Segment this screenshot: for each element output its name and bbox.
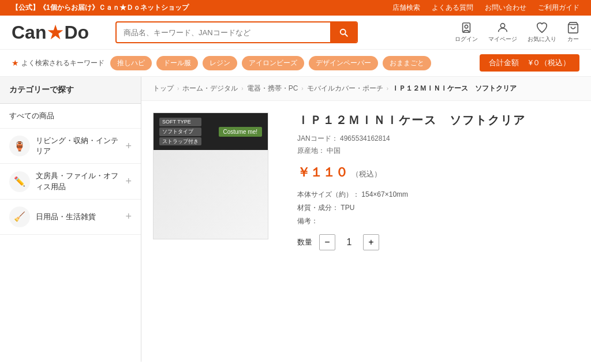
sidebar-living-label: リビング・収納・インテリア bbox=[36, 136, 119, 156]
store-search-link[interactable]: 店舗検索 bbox=[392, 3, 420, 13]
sidebar-daily-expand[interactable]: + bbox=[125, 211, 132, 223]
search-button[interactable] bbox=[330, 22, 357, 42]
product-image-area: SOFT TYPE ソフトタイプ ストラップ付き Costume me! bbox=[153, 112, 280, 350]
header-icons: ログイン マイページ お気に入り カー bbox=[455, 21, 579, 43]
spec-material-label: 材質・成分： bbox=[297, 204, 339, 212]
login-icon bbox=[460, 21, 473, 34]
qty-decrease-button[interactable]: − bbox=[319, 234, 335, 250]
breadcrumb-link[interactable]: トップ bbox=[153, 84, 174, 93]
product-price: ￥１１０ （税込） bbox=[297, 164, 579, 181]
qty-value: 1 bbox=[342, 237, 356, 247]
breadcrumb-link[interactable]: 電器・携帯・PC bbox=[247, 84, 298, 93]
cart-icon bbox=[567, 21, 579, 34]
keyword-tag[interactable]: デザインペーパー bbox=[309, 56, 378, 70]
origin-value: 中国 bbox=[327, 147, 341, 155]
qty-label: 数量 bbox=[297, 237, 312, 247]
product-area: トップ›ホーム・デジタル›電器・携帯・PC›モバイルカバー・ポーチ›ＩＰ１２ＭＩ… bbox=[141, 77, 591, 362]
total-price: ¥０（税込） bbox=[529, 58, 570, 67]
mypage-label: マイページ bbox=[488, 35, 517, 43]
sidebar-living-expand[interactable]: + bbox=[125, 140, 132, 152]
breadcrumb-current: ＩＰ１２ＭＩＮＩケース ソフトクリア bbox=[392, 84, 517, 93]
keyword-tag[interactable]: 推しハピ bbox=[110, 56, 152, 70]
breadcrumb-separator: › bbox=[241, 85, 243, 92]
guide-link[interactable]: ご利用ガイド bbox=[538, 3, 579, 13]
logo[interactable]: Can ★ Do bbox=[12, 22, 104, 43]
breadcrumb-separator: › bbox=[177, 85, 179, 92]
spec-size-value: 154×67×10mm bbox=[361, 190, 408, 198]
promo-bar: 【公式】《1個からお届け》Ｃａｎ★Ｄｏネットショップ 店舗検索 よくある質問 お… bbox=[0, 0, 591, 16]
soft-type-label: SOFT TYPE bbox=[159, 118, 201, 126]
product-image: SOFT TYPE ソフトタイプ ストラップ付き Costume me! bbox=[153, 112, 268, 239]
strap-label: ストラップ付き bbox=[159, 137, 201, 146]
faq-link[interactable]: よくある質問 bbox=[432, 3, 473, 13]
product-image-body bbox=[154, 150, 268, 239]
keyword-tag[interactable]: おままごと bbox=[383, 56, 431, 70]
logo-text-1: Can bbox=[12, 22, 46, 43]
header: Can ★ Do ログイン マイページ bbox=[0, 16, 591, 50]
cart-label: カー bbox=[567, 35, 579, 43]
breadcrumb: トップ›ホーム・デジタル›電器・携帯・PC›モバイルカバー・ポーチ›ＩＰ１２ＭＩ… bbox=[141, 77, 591, 101]
sidebar-item-daily[interactable]: 🧹 日用品・生活雑貨 + bbox=[0, 200, 141, 235]
total-badge[interactable]: 合計金額 ¥０（税込） bbox=[480, 54, 579, 72]
login-label: ログイン bbox=[455, 35, 478, 43]
sidebar-header: カテゴリーで探す bbox=[0, 77, 141, 104]
logo-star: ★ bbox=[47, 22, 63, 43]
breadcrumb-separator: › bbox=[301, 85, 303, 92]
living-icon: 🏺 bbox=[9, 136, 30, 156]
sidebar-stationery-label: 文房具・ファイル・オフィス用品 bbox=[36, 171, 119, 192]
favorites-button[interactable]: お気に入り bbox=[528, 21, 556, 43]
product-jan: JANコード： 4965534162814 bbox=[297, 134, 579, 144]
jan-value: 4965534162814 bbox=[340, 134, 390, 142]
sidebar: カテゴリーで探す すべての商品 🏺 リビング・収納・インテリア + ✏️ 文房具… bbox=[0, 77, 141, 362]
daily-icon: 🧹 bbox=[9, 207, 30, 227]
qty-increase-button[interactable]: + bbox=[363, 234, 379, 250]
product-detail: SOFT TYPE ソフトタイプ ストラップ付き Costume me! ＩＰ１… bbox=[141, 101, 591, 362]
price-value: ￥１１０ bbox=[297, 165, 348, 179]
origin-label: 原産地： bbox=[297, 147, 325, 155]
sidebar-all-items[interactable]: すべての商品 bbox=[0, 104, 141, 129]
mypage-button[interactable]: マイページ bbox=[488, 21, 517, 43]
sidebar-daily-label: 日用品・生活雑貨 bbox=[36, 212, 119, 222]
svg-point-1 bbox=[465, 25, 468, 28]
spec-material-value: TPU bbox=[341, 204, 354, 212]
search-bar bbox=[115, 21, 358, 43]
promo-nav: 店舗検索 よくある質問 お問い合わせ ご利用ガイド bbox=[392, 3, 579, 13]
soft-type-jp-label: ソフトタイプ bbox=[159, 127, 201, 136]
logo-text-2: Do bbox=[64, 22, 89, 43]
heart-icon bbox=[536, 21, 548, 34]
cart-button[interactable]: カー bbox=[567, 21, 579, 43]
price-tax: （税込） bbox=[351, 170, 381, 178]
sidebar-item-stationery[interactable]: ✏️ 文房具・ファイル・オフィス用品 + bbox=[0, 164, 141, 199]
keyword-label: ★ よく検索されるキーワード bbox=[12, 58, 104, 68]
promo-text: 【公式】《1個からお届け》Ｃａｎ★Ｄｏネットショップ bbox=[12, 3, 189, 13]
product-spec-material: 材質・成分： TPU bbox=[297, 202, 579, 213]
main-content: カテゴリーで探す すべての商品 🏺 リビング・収納・インテリア + ✏️ 文房具… bbox=[0, 77, 591, 362]
keyword-tag[interactable]: レジン bbox=[203, 56, 237, 70]
product-spec-size: 本体サイズ（約）： 154×67×10mm bbox=[297, 189, 579, 200]
keyword-tags: 推しハピドール服レジンアイロンビーズデザインペーパーおままごと bbox=[110, 56, 431, 70]
stationery-icon: ✏️ bbox=[9, 171, 30, 192]
sidebar-stationery-expand[interactable]: + bbox=[125, 175, 132, 187]
spec-size-label: 本体サイズ（約）： bbox=[297, 190, 360, 198]
svg-point-2 bbox=[500, 24, 504, 28]
search-input[interactable] bbox=[117, 24, 330, 42]
spec-note-label: 備考： bbox=[297, 217, 318, 225]
product-image-top: SOFT TYPE ソフトタイプ ストラップ付き Costume me! bbox=[154, 113, 268, 150]
star-icon: ★ bbox=[12, 58, 19, 67]
product-origin: 原産地： 中国 bbox=[297, 146, 579, 156]
keyword-tag[interactable]: アイロンビーズ bbox=[242, 56, 304, 70]
login-button[interactable]: ログイン bbox=[455, 21, 478, 43]
keyword-tag[interactable]: ドール服 bbox=[156, 56, 198, 70]
breadcrumb-separator: › bbox=[387, 85, 388, 92]
sidebar-item-living[interactable]: 🏺 リビング・収納・インテリア + bbox=[0, 129, 141, 164]
contact-link[interactable]: お問い合わせ bbox=[485, 3, 526, 13]
keyword-label-text: よく検索されるキーワード bbox=[21, 58, 104, 68]
search-icon bbox=[338, 27, 349, 37]
costume-label: Costume me! bbox=[219, 127, 262, 137]
jan-label: JANコード： bbox=[297, 134, 338, 142]
product-title: ＩＰ１２ＭＩＮＩケース ソフトクリア bbox=[297, 112, 579, 128]
breadcrumb-link[interactable]: モバイルカバー・ポーチ bbox=[307, 84, 383, 93]
favorites-label: お気に入り bbox=[528, 35, 556, 43]
breadcrumb-link[interactable]: ホーム・デジタル bbox=[182, 84, 238, 93]
quantity-row: 数量 − 1 + bbox=[297, 234, 579, 250]
